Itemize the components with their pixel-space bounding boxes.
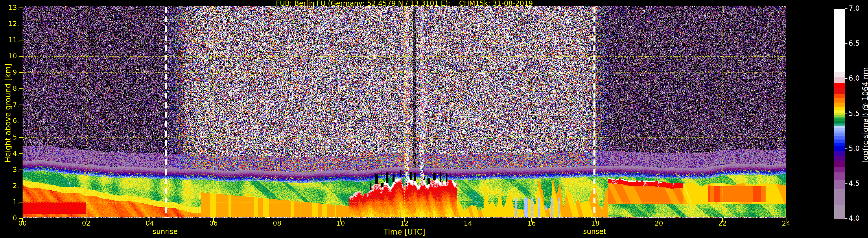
y-axis-tick (19, 154, 23, 154)
x-tick-label: 04 (141, 220, 158, 227)
y-axis-tick (19, 105, 23, 105)
y-axis-tick (19, 186, 23, 186)
x-tick-label: 18 (587, 220, 604, 227)
x-tick-label: 02 (78, 220, 95, 227)
y-tick-label: 2. (2, 182, 19, 189)
colorbar-tick (845, 78, 847, 79)
sunrise-label: sunrise (142, 228, 188, 235)
y-tick-label: 13. (2, 4, 19, 11)
sunset-label: sunset (571, 228, 618, 235)
colorbar (834, 9, 845, 219)
x-tick-label: 10 (332, 220, 349, 227)
y-tick-label: 7. (2, 101, 19, 108)
colorbar-tick-label: 6.0 (848, 75, 868, 82)
y-axis-tick (19, 7, 23, 8)
colorbar-tick (845, 148, 847, 149)
y-tick-label: 6. (2, 117, 19, 124)
x-axis-label: Time [UTC] (361, 228, 448, 236)
y-axis-tick (19, 24, 23, 24)
colorbar-tick-label: 5.0 (848, 145, 868, 152)
y-tick-label: 8. (2, 85, 19, 92)
y-tick-label: 12. (2, 21, 19, 27)
x-tick-label: 16 (523, 220, 540, 227)
colorbar-tick (845, 183, 847, 184)
y-axis-tick (19, 72, 23, 73)
y-axis-tick (19, 170, 23, 170)
x-tick-label: 22 (714, 220, 731, 227)
x-tick-label: 14 (459, 220, 477, 227)
colorbar-tick (845, 43, 847, 44)
colorbar-tick-label: 6.5 (848, 40, 868, 47)
x-tick-label: 20 (650, 220, 668, 227)
x-tick-label: 06 (205, 220, 222, 227)
y-tick-label: 1. (2, 199, 19, 205)
colorbar-tick-label: 7.0 (848, 5, 868, 12)
y-tick-label: 9. (2, 69, 19, 76)
colorbar-tick (845, 218, 847, 219)
y-tick-label: 11. (2, 37, 19, 43)
y-axis-tick (19, 40, 23, 40)
x-tick-label: 08 (269, 220, 286, 227)
y-tick-label: 5. (2, 134, 19, 141)
colorbar-tick (845, 113, 847, 114)
y-axis-tick (19, 121, 23, 121)
y-tick-label: 3. (2, 166, 19, 173)
colorbar-tick-label: 5.5 (848, 110, 868, 117)
x-tick-label: 00 (14, 220, 31, 227)
y-tick-label: 10. (2, 53, 19, 60)
y-axis-tick (19, 202, 23, 202)
heatmap-canvas (23, 6, 786, 218)
colorbar-tick (845, 8, 847, 9)
y-axis-tick (19, 89, 23, 89)
y-tick-label: 4. (2, 150, 19, 157)
x-tick-label: 24 (777, 220, 795, 227)
y-axis-tick (19, 56, 23, 57)
x-tick-label: 12 (396, 220, 413, 227)
colorbar-tick-label: 4.0 (848, 215, 868, 222)
y-axis-tick (19, 137, 23, 138)
colorbar-tick-label: 4.5 (848, 180, 868, 187)
ceilometer-quicklook-window: FUB: Berlin FU (Germany; 52.4579 N / 13.… (0, 0, 868, 238)
